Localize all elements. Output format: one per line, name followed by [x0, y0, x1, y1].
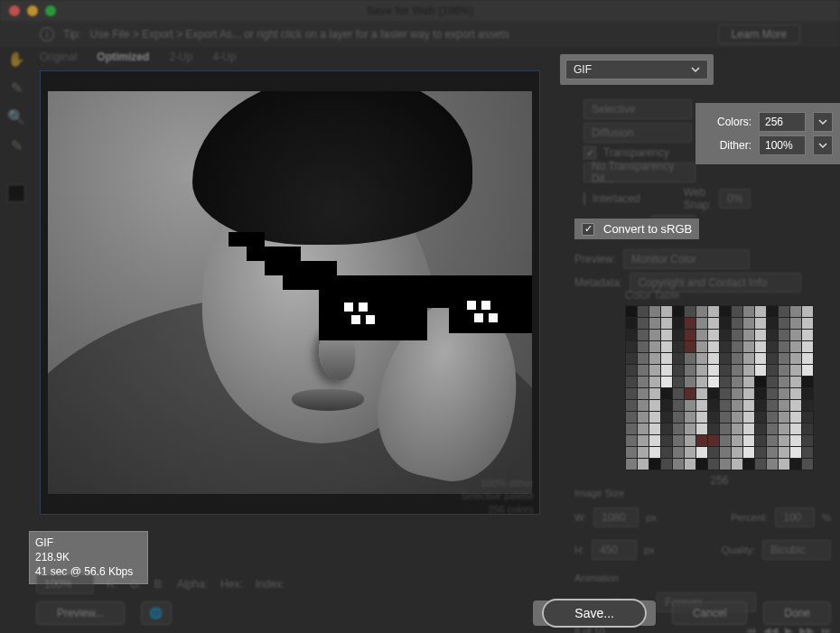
- slice-tool-icon[interactable]: ✎: [7, 79, 25, 96]
- info-icon: i: [40, 27, 54, 42]
- color-table-count: 256: [625, 474, 814, 487]
- preview-image: [48, 91, 532, 494]
- quality-dropdown[interactable]: Bicubic: [762, 540, 831, 560]
- cancel-button[interactable]: Cancel: [672, 601, 747, 625]
- interlaced-checkbox[interactable]: [583, 192, 585, 205]
- tab-original[interactable]: Original: [40, 51, 77, 63]
- convert-srgb-checkbox[interactable]: ✓: [582, 223, 594, 236]
- save-button[interactable]: Save...: [542, 599, 647, 628]
- transparency-dither-dropdown[interactable]: No Transparency Dit...: [583, 163, 695, 182]
- preview-meta-palette: Selective palette: [461, 489, 534, 502]
- svg-rect-2: [265, 261, 337, 275]
- svg-rect-5: [427, 290, 449, 308]
- zoom-dropdown[interactable]: 100%: [36, 574, 94, 594]
- preview-meta-dither: 100% dither: [461, 477, 534, 489]
- left-toolbar: ✋ ✎ 🔍 ✎: [0, 47, 33, 202]
- svg-rect-11: [467, 301, 476, 310]
- colors-input[interactable]: 256: [759, 112, 806, 132]
- color-table-title: Color Table: [625, 289, 814, 302]
- convert-srgb-row: ✓ Convert to sRGB: [574, 219, 699, 239]
- view-tabs: Original Optimized 2-Up 4-Up: [40, 51, 236, 63]
- tab-4up[interactable]: 4-Up: [212, 51, 236, 63]
- websnap-value[interactable]: 0%: [719, 189, 751, 209]
- file-info-format: GIF: [35, 535, 142, 550]
- svg-rect-0: [229, 232, 265, 247]
- color-table-section: Color Table 256: [625, 289, 814, 487]
- svg-rect-9: [351, 315, 360, 324]
- preview-profile-dropdown[interactable]: Monitor Color: [623, 249, 750, 269]
- transparency-checkbox[interactable]: ✓: [583, 146, 596, 159]
- svg-rect-7: [344, 303, 353, 312]
- bottom-bar: 100% R: G: B: Alpha: Hex: Index: Preview…: [0, 570, 840, 633]
- websnap-label: Web Snap:: [684, 186, 712, 211]
- percent-input[interactable]: 100: [775, 507, 815, 527]
- image-size-title: Image Size: [574, 488, 831, 498]
- svg-rect-8: [359, 303, 368, 312]
- colors-label: Colors:: [703, 116, 751, 128]
- preview-profile-label: Preview:: [574, 253, 616, 265]
- save-highlight: Save...: [533, 600, 656, 626]
- interlaced-label: Interlaced: [593, 192, 640, 205]
- tip-text: Use File > Export > Export As... or righ…: [90, 28, 509, 41]
- format-dropdown[interactable]: GIF: [565, 60, 708, 79]
- tab-2up[interactable]: 2-Up: [169, 51, 192, 63]
- svg-rect-13: [474, 313, 483, 322]
- dither-label: Dither:: [703, 139, 751, 152]
- dither-input[interactable]: 100%: [759, 135, 806, 155]
- tab-optimized[interactable]: Optimized: [97, 51, 149, 63]
- width-input[interactable]: 1080: [593, 507, 639, 527]
- color-reduction-dropdown[interactable]: Selective: [583, 99, 692, 119]
- file-info-size: 218.9K: [35, 550, 142, 564]
- preview-meta: 100% dither Selective palette 256 colors: [461, 477, 534, 516]
- settings-panel: GIF Selective Diffusion ✓Transparency No…: [556, 54, 840, 633]
- preview-button[interactable]: Preview...: [36, 601, 125, 625]
- transparency-label: Transparency: [603, 146, 669, 159]
- convert-srgb-label: Convert to sRGB: [603, 222, 692, 236]
- pixel-sunglasses-icon: [229, 232, 532, 349]
- chevron-down-icon: [691, 65, 700, 74]
- zoom-tool-icon[interactable]: 🔍: [7, 108, 25, 125]
- done-button[interactable]: Done: [763, 601, 831, 625]
- svg-rect-6: [449, 290, 532, 333]
- dither-algorithm-dropdown[interactable]: Diffusion: [583, 123, 692, 143]
- tip-bar: i Tip: Use File > Export > Export As... …: [0, 22, 840, 47]
- learn-more-button[interactable]: Learn More: [718, 24, 800, 44]
- browser-preview-icon[interactable]: 🌐: [141, 601, 172, 625]
- svg-rect-3: [283, 275, 532, 290]
- eyedropper-tool-icon[interactable]: ✎: [7, 137, 25, 154]
- color-table-grid[interactable]: [625, 305, 814, 470]
- preview-meta-colors: 256 colors: [461, 503, 534, 516]
- tip-label: Tip:: [63, 28, 81, 41]
- format-dropdown-value: GIF: [574, 63, 592, 76]
- colors-stepper[interactable]: [813, 112, 833, 132]
- metadata-label: Metadata:: [574, 276, 622, 289]
- colors-dither-group: Colors: 256 Dither: 100%: [695, 103, 840, 164]
- window-title: Save for Web (100%): [0, 5, 840, 17]
- svg-rect-12: [481, 301, 490, 310]
- svg-rect-10: [366, 315, 375, 324]
- foreground-color-swatch[interactable]: [7, 184, 25, 202]
- hand-tool-icon[interactable]: ✋: [7, 51, 25, 67]
- preview-frame: 100% dither Selective palette 256 colors: [40, 70, 540, 515]
- dither-stepper[interactable]: [813, 135, 833, 155]
- svg-rect-1: [247, 247, 301, 261]
- svg-rect-14: [489, 313, 498, 322]
- format-highlight: GIF: [560, 54, 714, 85]
- height-input[interactable]: 450: [592, 540, 637, 560]
- titlebar: Save for Web (100%): [0, 0, 840, 22]
